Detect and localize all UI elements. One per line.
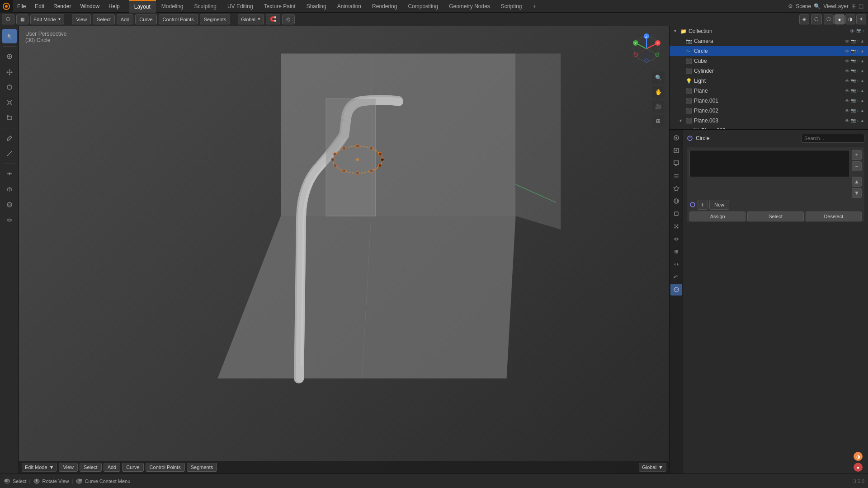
prop-physics-tab[interactable] [670,233,682,245]
plane-vis-lock[interactable]: ▲ [860,89,864,94]
cylinder-vis-lock[interactable]: ▲ [860,69,864,74]
move-down-material-slot-btn[interactable]: ▼ [852,188,862,198]
workspace-texture-paint[interactable]: Texture Paint [259,0,301,13]
solid-btn[interactable]: ● [835,14,844,24]
tool-rotate[interactable] [2,80,17,94]
segments-menu[interactable]: Segments [200,14,231,24]
outliner-item-plane003[interactable]: ▼ ⬛ Plane.003 👁 📷 ↕ ▲ [670,116,868,126]
vp-select-menu[interactable]: Select [80,463,102,472]
plane002-vis-lock[interactable]: ▲ [860,108,864,113]
plane001-vis-eye[interactable]: 👁 [845,99,849,103]
plane003child-vis-eye[interactable]: 👁 [857,128,861,130]
proportional-edit-btn[interactable]: ◎ [282,14,295,24]
prop-scene2-tab[interactable] [670,183,682,194]
prop-constraints-tab[interactable] [670,246,682,258]
plane003-vis-eye[interactable]: 👁 [845,118,849,123]
prop-data-tab[interactable] [670,271,682,283]
cylinder-vis-cam[interactable]: 📷 [851,69,856,74]
tool-radius[interactable] [2,197,17,212]
camera-vis-sel[interactable]: ↕ [857,39,859,44]
transform-space[interactable]: Global ▼ [238,14,264,24]
plane001-vis-lock[interactable]: ▲ [860,99,864,103]
overlay-btn[interactable]: ◈ [799,14,809,24]
outliner-item-camera[interactable]: 📷 Camera 👁 📷 ↕ ▲ [670,36,868,46]
vp-mode-selector[interactable]: Edit Mode ▼ [22,463,57,472]
circle-vis-lock[interactable]: ▲ [860,49,864,54]
viewport-gizmo[interactable]: Z X Y [628,31,665,67]
outliner-item-cylinder[interactable]: ⬛ Cylinder 👁 📷 ↕ ▲ [670,66,868,76]
plane001-vis-sel[interactable]: ↕ [857,99,859,103]
cube-vis-cam[interactable]: 📷 [851,59,856,64]
add-menu[interactable]: Add [117,14,134,24]
tool-measure[interactable] [2,146,17,161]
control-points-menu[interactable]: Control Points [159,14,198,24]
vp-segments-menu[interactable]: Segments [187,463,217,472]
cylinder-vis-eye[interactable]: 👁 [845,69,849,74]
prop-icon-amber[interactable]: ◑ [854,452,863,461]
light-vis-lock[interactable]: ▲ [860,79,864,84]
grid-btn[interactable]: ⊞ [652,115,665,127]
outliner-item-plane002[interactable]: ⬛ Plane.002 👁 📷 ↕ ▲ [670,106,868,116]
plane003child-vis-sel[interactable]: ↕ [863,128,865,130]
workspace-rendering[interactable]: Rendering [367,0,402,13]
deselect-button[interactable]: Deselect [806,211,862,221]
outliner-item-plane003-child[interactable]: ⬛ Plane.003 👁 ↕ [670,126,868,129]
workspace-geometry-nodes[interactable]: Geometry Nodes [443,0,495,13]
tool-transform[interactable] [2,111,17,125]
workspace-uv-editing[interactable]: UV Editing [222,0,259,13]
plane002-vis-cam[interactable]: 📷 [851,108,856,113]
cylinder-vis-sel[interactable]: ↕ [857,69,859,74]
circle-vis-cam[interactable]: 📷 [851,49,856,54]
material-preview-btn[interactable]: ◑ [845,14,855,24]
move-up-material-slot-btn[interactable]: ▲ [852,177,862,187]
workspace-shading[interactable]: Shading [301,0,332,13]
outliner-item-collection[interactable]: ▼ 📁 Collection 👁 📷 ↕ [670,26,868,36]
cube-vis-eye[interactable]: 👁 [845,59,849,64]
light-vis-sel[interactable]: ↕ [857,79,859,84]
plane003-vis-lock[interactable]: ▲ [860,118,864,123]
new-material-btn[interactable]: New [709,200,729,210]
camera-vis-cam[interactable]: 📷 [851,39,856,44]
prop-material-tab[interactable] [670,284,682,296]
plane-vis-eye[interactable]: 👁 [845,89,849,94]
tool-select[interactable] [2,29,17,43]
zoom-in-btn[interactable]: 🔍 [652,71,665,84]
tool-annotate[interactable] [2,131,17,145]
view-menu[interactable]: View [72,14,91,24]
cube-vis-lock[interactable]: ▲ [860,59,864,64]
select-menu[interactable]: Select [93,14,115,24]
outliner-item-cube[interactable]: ⬛ Cube 👁 📷 ↕ ▲ [670,56,868,66]
camera-btn[interactable]: 🎥 [652,100,665,113]
tool-extrude[interactable] [2,182,17,197]
zoom-out-btn[interactable]: 🖐 [652,86,665,99]
plane003-vis-sel[interactable]: ↕ [857,118,859,123]
plane003-vis-cam[interactable]: 📷 [851,118,856,123]
workspace-animation[interactable]: Animation [332,0,367,13]
cube-vis-sel[interactable]: ↕ [857,59,859,64]
main-3d-viewport[interactable]: User Perspective (30) Circle Z X Y [19,26,669,474]
workspace-add[interactable]: + [528,0,542,13]
remove-material-slot-btn[interactable]: − [852,161,862,171]
menu-file[interactable]: File [13,0,30,13]
xray-btn[interactable]: ⬡ [811,14,822,24]
assign-button[interactable]: Assign [689,211,745,221]
prop-modifier-tab[interactable] [670,258,682,270]
rendered-btn[interactable]: ☀ [856,14,866,24]
prop-output-tab[interactable] [670,157,682,169]
outliner-item-plane001[interactable]: ⬛ Plane.001 👁 📷 ↕ ▲ [670,96,868,106]
mode-selector[interactable]: Edit Mode ▼ [30,14,64,24]
add-new-slot-btn[interactable]: + [698,200,708,210]
workspace-layout[interactable]: Layout [129,0,156,13]
menu-edit[interactable]: Edit [30,0,49,13]
wireframe-btn[interactable]: ⬡ [824,14,834,24]
search-icon[interactable]: 🔍 [814,3,821,9]
icon-btn-2[interactable]: ◫ [859,3,863,9]
light-vis-eye[interactable]: 👁 [845,79,849,84]
vis-sel[interactable]: ↕ [863,28,865,34]
circle-vis-sel[interactable]: ↕ [857,49,859,54]
vis-eye[interactable]: 👁 [850,28,855,34]
prop-particles-tab[interactable] [670,221,682,232]
tool-scale[interactable] [2,95,17,110]
prop-object-tab[interactable] [670,208,682,220]
tool-cursor[interactable] [2,49,17,64]
